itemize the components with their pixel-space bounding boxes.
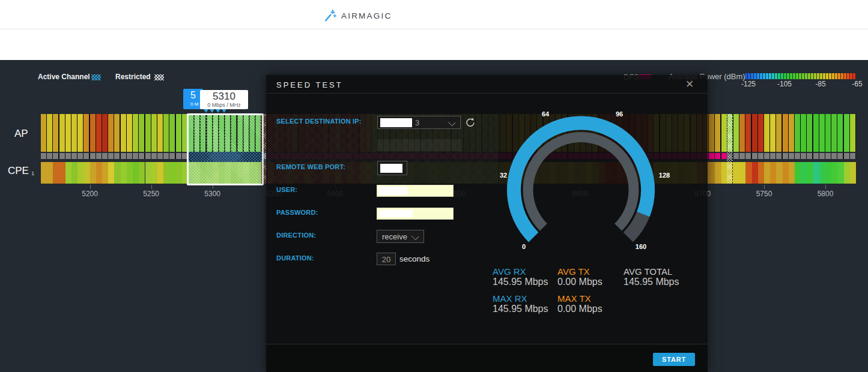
spectrum-bar-cpe[interactable] bbox=[739, 162, 745, 184]
spectrum-bar-ap[interactable] bbox=[745, 114, 751, 152]
close-icon[interactable]: ✕ bbox=[685, 78, 694, 91]
spectrum-bar-ap[interactable] bbox=[825, 114, 831, 152]
selected-channel-box[interactable] bbox=[187, 113, 264, 185]
spectrum-bar-cpe[interactable] bbox=[139, 162, 145, 184]
spectrum-bar-ap[interactable] bbox=[837, 114, 843, 152]
destination-ip-select[interactable]: 3 bbox=[377, 116, 461, 129]
spectrum-bar-cpe[interactable] bbox=[121, 162, 127, 184]
spectrum-bar-cpe[interactable] bbox=[801, 162, 807, 184]
spectrum-bar-ap[interactable] bbox=[831, 114, 837, 152]
refresh-icon[interactable] bbox=[464, 116, 476, 128]
spectrum-bar-cpe[interactable] bbox=[133, 162, 139, 184]
spectrum-bar-cpe[interactable] bbox=[715, 162, 721, 184]
spectrum-bar-cpe[interactable] bbox=[825, 162, 831, 184]
spectrum-bar-cpe[interactable] bbox=[758, 162, 764, 184]
spectrum-bar-ap[interactable] bbox=[90, 114, 96, 152]
spectrum-bar-ap[interactable] bbox=[795, 114, 800, 152]
spectrum-bar-cpe[interactable] bbox=[776, 162, 782, 184]
spectrum-bar-cpe[interactable] bbox=[96, 162, 102, 184]
spectrum-bar-cpe[interactable] bbox=[733, 162, 739, 184]
spectrum-bar-cpe[interactable] bbox=[795, 162, 801, 184]
spectrum-bar-cpe[interactable] bbox=[127, 162, 133, 184]
spectrum-bar-ap[interactable] bbox=[133, 114, 138, 152]
spectrum-bar-ap[interactable] bbox=[169, 114, 175, 152]
spectrum-bar-ap[interactable] bbox=[752, 114, 757, 152]
spectrum-bar-ap[interactable] bbox=[709, 114, 714, 152]
spectrum-bar-ap[interactable] bbox=[783, 114, 788, 152]
spectrum-bar-ap[interactable] bbox=[102, 114, 108, 152]
spectrum-bar-cpe[interactable] bbox=[41, 162, 47, 184]
spectrum-bar-ap[interactable] bbox=[127, 114, 132, 152]
spectrum-bar-cpe[interactable] bbox=[789, 162, 795, 184]
spectrum-bar-cpe[interactable] bbox=[169, 162, 175, 184]
spectrum-bar-ap[interactable] bbox=[721, 114, 727, 152]
spectrum-bar-ap[interactable] bbox=[145, 114, 151, 152]
spectrum-bar-cpe[interactable] bbox=[745, 162, 751, 184]
spectrum-bar-ap[interactable] bbox=[801, 114, 806, 152]
spectrum-bar-ap[interactable] bbox=[114, 114, 120, 152]
start-button[interactable]: START bbox=[653, 353, 695, 366]
spectrum-bar-ap[interactable] bbox=[71, 114, 77, 152]
spectrum-bar-cpe[interactable] bbox=[157, 162, 163, 184]
spectrum-bar-ap[interactable] bbox=[807, 114, 812, 152]
spectrum-bar-cpe[interactable] bbox=[813, 162, 819, 184]
spectrum-bar-ap[interactable] bbox=[65, 114, 71, 152]
spectrum-bar-cpe[interactable] bbox=[807, 162, 813, 184]
spectrum-bar-cpe[interactable] bbox=[831, 162, 837, 184]
spectrum-bar-cpe[interactable] bbox=[90, 162, 96, 184]
password-input[interactable] bbox=[377, 208, 454, 220]
spectrum-bar-ap[interactable] bbox=[96, 114, 102, 152]
spectrum-bar-ap[interactable] bbox=[121, 114, 126, 152]
spectrum-bar-cpe[interactable] bbox=[108, 162, 114, 184]
spectrum-bar-cpe[interactable] bbox=[114, 162, 120, 184]
spectrum-bar-ap[interactable] bbox=[53, 114, 58, 152]
spectrum-bar-ap[interactable] bbox=[151, 114, 157, 152]
spectrum-bar-ap[interactable] bbox=[764, 114, 769, 152]
spectrum-bar-ap[interactable] bbox=[789, 114, 794, 152]
spectrum-bar-ap[interactable] bbox=[758, 114, 763, 152]
spectrum-bar-cpe[interactable] bbox=[102, 162, 108, 184]
spectrum-bar-cpe[interactable] bbox=[47, 162, 53, 184]
spectrum-bar-cpe[interactable] bbox=[83, 162, 90, 184]
spectrum-bar-ap[interactable] bbox=[163, 114, 169, 152]
spectrum-bar-ap[interactable] bbox=[41, 114, 46, 152]
spectrum-bar-cpe[interactable] bbox=[151, 162, 157, 184]
spectrum-bar-ap[interactable] bbox=[77, 114, 83, 152]
user-input[interactable] bbox=[377, 185, 454, 197]
spectrum-bar-ap[interactable] bbox=[83, 114, 89, 152]
spectrum-bar-cpe[interactable] bbox=[770, 162, 776, 184]
spectrum-bar-ap[interactable] bbox=[59, 114, 65, 152]
spectrum-bar-ap[interactable] bbox=[733, 114, 739, 152]
spectrum-bar-ap[interactable] bbox=[850, 114, 855, 152]
spectrum-bar-cpe[interactable] bbox=[837, 162, 843, 184]
direction-select[interactable]: receive bbox=[377, 230, 424, 243]
spectrum-bar-cpe[interactable] bbox=[752, 162, 758, 184]
spectrum-bar-cpe[interactable] bbox=[819, 162, 825, 184]
secondary-ip-input[interactable] bbox=[377, 139, 461, 151]
spectrum-bar-ap[interactable] bbox=[739, 114, 745, 152]
spectrum-bar-ap[interactable] bbox=[844, 114, 849, 152]
spectrum-bar-ap[interactable] bbox=[776, 114, 782, 152]
spectrum-bar-ap[interactable] bbox=[770, 114, 775, 152]
spectrum-bar-cpe[interactable] bbox=[176, 162, 182, 184]
spectrum-bar-cpe[interactable] bbox=[77, 162, 83, 184]
spectrum-bar-ap[interactable] bbox=[176, 114, 181, 152]
duration-input[interactable]: 20 bbox=[377, 253, 396, 265]
spectrum-bar-ap[interactable] bbox=[157, 114, 163, 152]
spectrum-bar-cpe[interactable] bbox=[709, 162, 715, 184]
spectrum-bar-cpe[interactable] bbox=[764, 162, 770, 184]
spectrum-bar-ap[interactable] bbox=[108, 114, 114, 152]
spectrum-bar-cpe[interactable] bbox=[850, 162, 856, 184]
spectrum-bar-cpe[interactable] bbox=[783, 162, 789, 184]
spectrum-bar-ap[interactable] bbox=[819, 114, 825, 152]
spectrum-bar-cpe[interactable] bbox=[844, 162, 850, 184]
spectrum-bar-cpe[interactable] bbox=[59, 162, 65, 184]
spectrum-bar-cpe[interactable] bbox=[71, 162, 77, 184]
spectrum-bar-cpe[interactable] bbox=[53, 162, 59, 184]
spectrum-bar-ap[interactable] bbox=[47, 114, 52, 152]
spectrum-bar-cpe[interactable] bbox=[163, 162, 169, 184]
spectrum-bar-cpe[interactable] bbox=[145, 162, 151, 184]
spectrum-bar-cpe[interactable] bbox=[65, 162, 71, 184]
spectrum-bar-ap[interactable] bbox=[715, 114, 720, 152]
remote-web-port-input[interactable] bbox=[377, 161, 407, 175]
